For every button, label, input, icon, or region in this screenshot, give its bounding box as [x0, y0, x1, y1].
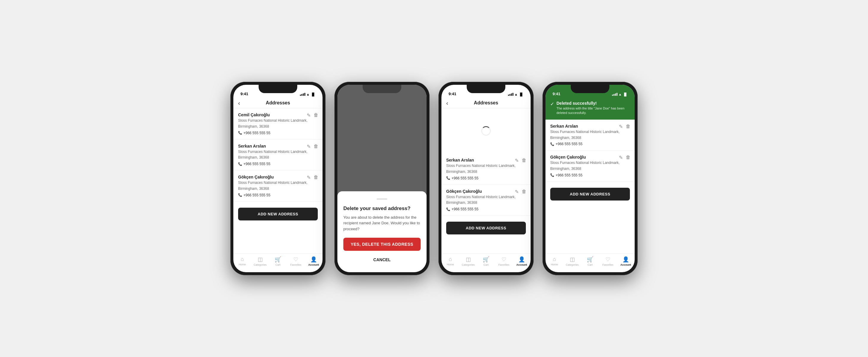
phone-icon-3-0: 📞 [446, 176, 451, 180]
nav-categories-label-1: Categories [254, 263, 267, 266]
nav-cart-3[interactable]: 🛒 Cart [477, 256, 495, 266]
addresses-list-1: ✎ 🗑 Cemil Çakıroğlu Sloss Furnaces Natio… [234, 108, 322, 254]
delete-icon-1-2[interactable]: 🗑 [314, 175, 318, 180]
nav-account-3[interactable]: 👤 Account [513, 256, 531, 266]
phone-icon-3-1: 📞 [446, 207, 451, 211]
home-icon-1: ⌂ [241, 256, 244, 262]
address-name-3-0: Serkan Arslan [446, 158, 526, 162]
edit-icon-4-1[interactable]: ✎ [619, 155, 623, 160]
nav-account-1[interactable]: 👤 Account [305, 256, 322, 266]
phone-icon-4-0: 📞 [550, 142, 554, 146]
edit-icon-1-2[interactable]: ✎ [307, 175, 311, 180]
dialog-title: Delete your saved address? [343, 206, 421, 211]
delete-icon-3-0[interactable]: 🗑 [522, 158, 526, 163]
phone-icon-1-2: 📞 [238, 193, 242, 197]
signal-bars-4 [612, 93, 617, 96]
loading-spinner [481, 126, 491, 136]
nav-cart-4[interactable]: 🛒 Cart [581, 256, 599, 266]
nav-home-1[interactable]: ⌂ Home [234, 256, 251, 266]
favorites-icon-4: ♡ [606, 256, 610, 263]
wifi-icon-1: ▲ [307, 92, 310, 96]
add-btn-container-3: ADD NEW ADDRESS [441, 216, 531, 240]
success-banner-4: ✓ Deleted succesfully! The address with … [546, 98, 634, 120]
account-icon-3: 👤 [519, 256, 525, 263]
page-title-1: Addresses [266, 100, 290, 106]
signal-bars-1 [300, 93, 305, 96]
cart-icon-3: 🛒 [483, 256, 489, 263]
status-time-4: 9:41 [553, 92, 560, 96]
address-name-1-0: Cemil Çakıroğlu [238, 113, 318, 117]
account-icon-1: 👤 [310, 256, 317, 263]
nav-categories-label-3: Categories [462, 263, 475, 266]
status-time-3: 9:41 [448, 92, 456, 96]
nav-home-4[interactable]: ⌂ Home [546, 256, 563, 266]
notch-1 [259, 85, 297, 93]
delete-icon-1-0[interactable]: 🗑 [314, 113, 318, 118]
address-card-3-0: ✎ 🗑 Serkan Arslan Sloss Furnaces Nationa… [441, 153, 531, 185]
address-line1-3-0: Sloss Furnaces National Historic Landmar… [446, 163, 526, 168]
battery-icon-1: ▐▌ [311, 92, 315, 96]
favorites-icon-1: ♡ [293, 256, 298, 263]
nav-categories-1[interactable]: ◫ Categories [251, 256, 269, 266]
delete-dialog: Delete your saved address? You are about… [337, 191, 427, 272]
address-line2-3-1: Birmingham, 36368 [446, 200, 526, 205]
address-card-1-1: ✎ 🗑 Serkan Arslan Sloss Furnaces Nationa… [234, 140, 322, 171]
address-line1-4-0: Sloss Furnaces National Historic Landmar… [550, 129, 630, 135]
nav-home-label-3: Home [447, 263, 454, 266]
back-button-1[interactable]: ‹ [238, 100, 240, 107]
delete-icon-4-0[interactable]: 🗑 [626, 124, 630, 129]
add-new-address-button-1[interactable]: ADD NEW ADDRESS [238, 208, 318, 220]
address-card-1-0: ✎ 🗑 Cemil Çakıroğlu Sloss Furnaces Natio… [234, 108, 322, 140]
add-btn-container-4: ADD NEW ADDRESS [546, 182, 634, 206]
address-line1-4-1: Sloss Furnaces National Historic Landmar… [550, 160, 630, 166]
edit-icon-3-0[interactable]: ✎ [515, 158, 519, 163]
nav-account-label-3: Account [516, 263, 527, 266]
address-line2-1-1: Birmingham, 36368 [238, 155, 318, 160]
delete-icon-3-1[interactable]: 🗑 [522, 189, 526, 195]
nav-favorites-1[interactable]: ♡ Favorites [287, 256, 305, 266]
battery-icon-4: ▐▌ [623, 92, 627, 96]
delete-icon-1-1[interactable]: 🗑 [314, 144, 318, 149]
address-phone-3-0: 📞 +966 555 555 55 [446, 176, 526, 180]
nav-home-label-1: Home [239, 263, 246, 266]
add-new-address-button-4[interactable]: ADD NEW ADDRESS [550, 188, 630, 201]
bottom-nav-1: ⌂ Home ◫ Categories 🛒 Cart ♡ Favorites 👤 [234, 254, 322, 272]
dialog-overlay: Delete your saved address? You are about… [337, 85, 427, 272]
edit-icon-4-0[interactable]: ✎ [619, 124, 623, 129]
nav-favorites-label-1: Favorites [290, 263, 301, 266]
nav-favorites-4[interactable]: ♡ Favorites [599, 256, 617, 266]
nav-favorites-3[interactable]: ♡ Favorites [495, 256, 513, 266]
address-actions-1-1: ✎ 🗑 [307, 144, 318, 149]
cart-icon-4: 🛒 [587, 256, 593, 263]
address-actions-3-1: ✎ 🗑 [515, 189, 526, 195]
address-name-4-1: Gökçen Çakıroğlu [550, 155, 630, 159]
back-button-3[interactable]: ‹ [446, 100, 448, 107]
nav-favorites-label-4: Favorites [602, 263, 613, 266]
status-time-1: 9:41 [241, 92, 248, 96]
add-new-address-button-3[interactable]: ADD NEW ADDRESS [446, 221, 526, 234]
edit-icon-1-0[interactable]: ✎ [307, 113, 311, 118]
nav-categories-4[interactable]: ◫ Categories [563, 256, 581, 266]
phone-4: 9:41 ▲ ▐▌ ✓ Deleted succesfully! The [542, 82, 638, 275]
nav-cart-label-3: Cart [483, 263, 488, 266]
success-description: The address with the title "Jane Doe" ha… [556, 106, 630, 115]
address-name-1-2: Gökçen Çakıroğlu [238, 175, 318, 179]
nav-categories-3[interactable]: ◫ Categories [459, 256, 477, 266]
success-title: Deleted succesfully! [556, 101, 630, 106]
edit-icon-3-1[interactable]: ✎ [515, 189, 519, 195]
nav-account-4[interactable]: 👤 Account [617, 256, 634, 266]
address-name-4-0: Serkan Arslan [550, 124, 630, 128]
nav-cart-1[interactable]: 🛒 Cart [269, 256, 287, 266]
address-line2-1-2: Birmingham, 36368 [238, 186, 318, 191]
delete-icon-4-1[interactable]: 🗑 [626, 155, 630, 160]
phone-1: 9:41 ▲ ▐▌ ‹ Addresses [230, 82, 326, 275]
address-phone-3-1: 📞 +966 555 555 55 [446, 207, 526, 211]
cancel-button[interactable]: CANCEL [343, 253, 421, 266]
confirm-delete-button[interactable]: YES, DELETE THIS ADDRESS [343, 238, 421, 251]
edit-icon-1-1[interactable]: ✎ [307, 144, 311, 149]
cart-icon-1: 🛒 [275, 256, 281, 263]
home-icon-3: ⌂ [449, 256, 452, 262]
addresses-list-3: ✎ 🗑 Serkan Arslan Sloss Furnaces Nationa… [441, 108, 531, 254]
address-phone-1-0: 📞 +966 555 555 55 [238, 131, 318, 135]
nav-home-3[interactable]: ⌂ Home [441, 256, 459, 266]
